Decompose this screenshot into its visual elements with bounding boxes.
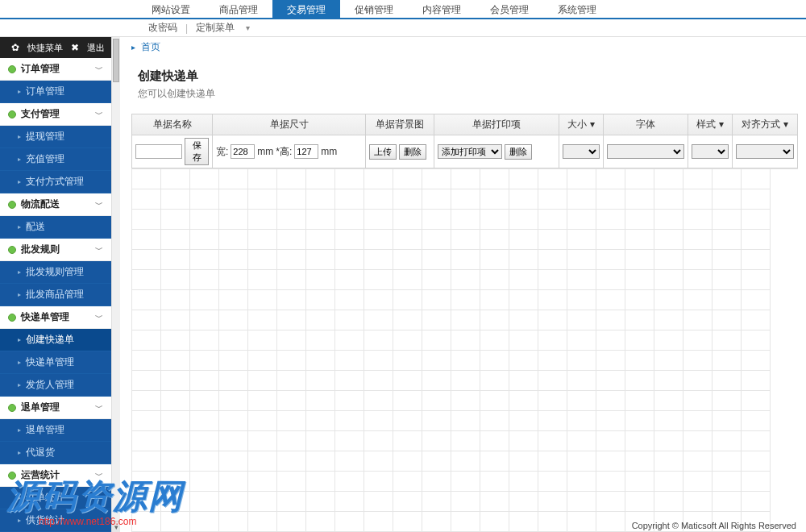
options-bar: 单据名称 单据尺寸 单据背景图 单据打印项 大小 ▾ 字体 样式 ▾ 对齐方式 … <box>131 114 798 168</box>
sidebar-item[interactable]: ▸批发商品管理 <box>0 284 111 306</box>
mm-label-2: mm <box>321 146 337 157</box>
chevron-icon: ﹀ <box>95 312 103 323</box>
save-button[interactable]: 保存 <box>185 138 209 165</box>
sidebar-scrollbar[interactable]: ▾ <box>111 37 120 532</box>
sidebar-group[interactable]: 物流配送﹀ <box>0 193 111 216</box>
height-label: *高: <box>276 145 292 159</box>
breadcrumb-home[interactable]: 首页 <box>141 41 160 52</box>
status-dot-icon <box>8 404 16 412</box>
chevron-icon: ﹀ <box>95 199 103 210</box>
footer-copyright: Copyright © Maticsoft All Rights Reserve… <box>632 521 796 530</box>
sidebar-item[interactable]: ▸快递单管理 <box>0 351 111 374</box>
bullet-icon: ▸ <box>18 133 21 140</box>
mm-label: mm <box>257 146 273 157</box>
top-nav: 网站设置商品管理交易管理促销管理内容管理会员管理系统管理 <box>0 0 806 19</box>
sidebar-item[interactable]: ▸支付方式管理 <box>0 171 111 193</box>
topnav-item[interactable]: 会员管理 <box>476 0 543 18</box>
topnav-item[interactable]: 交易管理 <box>272 0 340 18</box>
chevron-icon: ﹀ <box>95 470 103 481</box>
sub-toolbar: 改密码 | 定制菜单 ▾ <box>0 19 806 37</box>
sidebar-item[interactable]: ▸供货统计 <box>0 509 111 532</box>
upload-button[interactable]: 上传 <box>369 144 397 160</box>
doc-name-input[interactable] <box>135 144 182 159</box>
sidebar-item[interactable]: ▸代退货 <box>0 442 111 464</box>
header-print: 单据打印项 <box>434 114 559 135</box>
bullet-icon: ▸ <box>18 223 21 231</box>
scrollbar-down-icon[interactable]: ▾ <box>112 521 120 532</box>
font-select[interactable] <box>607 144 684 159</box>
height-input[interactable] <box>294 144 318 159</box>
header-size: 单据尺寸 <box>213 114 366 135</box>
sidebar: 订单管理﹀▸订单管理支付管理﹀▸提现管理▸充值管理▸支付方式管理物流配送﹀▸配送… <box>0 58 111 532</box>
sidebar-item[interactable]: ▸配送 <box>0 216 111 239</box>
header-font: 字体 <box>604 114 688 135</box>
sidebar-item[interactable]: ▸订单统计 <box>0 487 111 509</box>
sidebar-group[interactable]: 退单管理﹀ <box>0 397 111 419</box>
header-style: 样式 ▾ <box>688 114 733 135</box>
bullet-icon: ▸ <box>18 359 21 366</box>
width-label: 宽: <box>216 145 228 159</box>
chevron-icon: ﹀ <box>95 109 103 120</box>
width-input[interactable] <box>231 144 255 159</box>
close-icon: ✖ <box>71 42 79 53</box>
gear-icon: ✿ <box>11 42 19 53</box>
bullet-icon: ▸ <box>18 88 21 95</box>
quick-bar: ✿ 快捷菜单 ✖ 退出 <box>0 37 111 58</box>
topnav-item[interactable]: 商品管理 <box>205 0 272 18</box>
chevron-icon: ﹀ <box>95 64 103 75</box>
chevron-icon: ﹀ <box>95 402 103 414</box>
fontsize-select[interactable] <box>563 144 600 159</box>
sidebar-group[interactable]: 支付管理﹀ <box>0 103 111 126</box>
design-grid[interactable] <box>131 168 798 532</box>
status-dot-icon <box>8 246 16 254</box>
delete-bg-button[interactable]: 删除 <box>399 144 426 160</box>
sidebar-item[interactable]: ▸充值管理 <box>0 148 111 171</box>
status-dot-icon <box>8 314 16 322</box>
print-item-select[interactable]: 添加打印项 <box>438 144 502 159</box>
bullet-icon: ▸ <box>18 494 21 501</box>
custom-menu-link[interactable]: 定制菜单 <box>193 21 238 35</box>
quick-menu-button[interactable]: 快捷菜单 <box>27 42 63 54</box>
style-select[interactable] <box>692 144 729 159</box>
bullet-icon: ▸ <box>18 268 21 276</box>
sidebar-group[interactable]: 快递单管理﹀ <box>0 306 111 329</box>
topnav-item[interactable]: 促销管理 <box>340 0 408 18</box>
status-dot-icon <box>8 201 16 209</box>
change-password-link[interactable]: 改密码 <box>145 21 181 35</box>
sidebar-item[interactable]: ▸订单管理 <box>0 81 111 103</box>
sidebar-item[interactable]: ▸创建快递单 <box>0 329 111 351</box>
topnav-item[interactable]: 内容管理 <box>408 0 476 18</box>
sidebar-item[interactable]: ▸批发规则管理 <box>0 261 111 284</box>
chevron-icon: ﹀ <box>95 244 103 256</box>
sidebar-group[interactable]: 订单管理﹀ <box>0 58 111 81</box>
topnav-item[interactable]: 网站设置 <box>137 0 205 18</box>
sidebar-group[interactable]: 运营统计﹀ <box>0 464 111 487</box>
sidebar-group[interactable]: 批发规则﹀ <box>0 239 111 261</box>
status-dot-icon <box>8 472 16 480</box>
bullet-icon: ▸ <box>18 156 21 163</box>
topnav-item[interactable]: 系统管理 <box>543 0 611 18</box>
header-align: 对齐方式 ▾ <box>733 114 797 135</box>
bullet-icon: ▸ <box>18 381 21 389</box>
bullet-icon: ▸ <box>18 426 21 434</box>
chevron-right-icon: ▸ <box>131 43 135 52</box>
sidebar-item[interactable]: ▸提现管理 <box>0 126 111 148</box>
sidebar-item[interactable]: ▸退单管理 <box>0 419 111 442</box>
status-dot-icon <box>8 65 16 73</box>
delete-print-button[interactable]: 删除 <box>505 144 532 160</box>
chevron-down-icon: ▾ <box>243 23 253 32</box>
sidebar-item[interactable]: ▸发货人管理 <box>0 374 111 397</box>
page-title: 创建快递单 <box>138 69 791 84</box>
header-bg: 单据背景图 <box>366 114 434 135</box>
bullet-icon: ▸ <box>18 291 21 298</box>
exit-button[interactable]: 退出 <box>87 42 105 54</box>
bullet-icon: ▸ <box>18 178 21 185</box>
status-dot-icon <box>8 110 16 118</box>
breadcrumb: ▸ 首页 <box>123 37 806 57</box>
bullet-icon: ▸ <box>18 336 21 343</box>
header-fontsize: 大小 ▾ <box>559 114 604 135</box>
align-select[interactable] <box>736 144 794 159</box>
scrollbar-thumb[interactable] <box>113 39 119 82</box>
header-name: 单据名称 <box>132 114 213 135</box>
bullet-icon: ▸ <box>18 517 21 524</box>
